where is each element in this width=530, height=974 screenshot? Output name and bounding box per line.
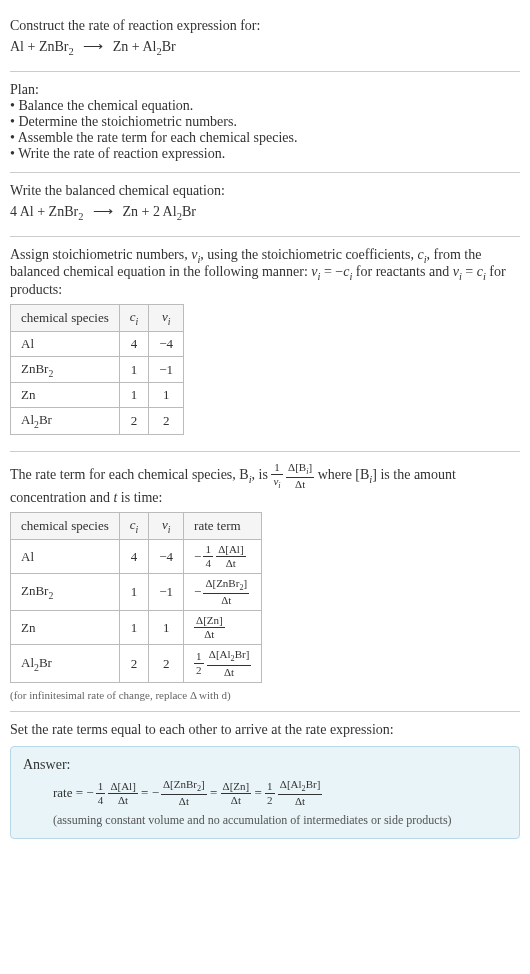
cell-species: ZnBr2 xyxy=(11,574,120,611)
arrow-icon: ⟶ xyxy=(83,39,103,54)
eq-rhs: Zn + Al xyxy=(113,39,157,54)
answer-note: (assuming constant volume and no accumul… xyxy=(23,813,507,828)
bal-lhs: 4 Al + ZnBr xyxy=(10,204,78,219)
prompt-section: Construct the rate of reaction expressio… xyxy=(10,8,520,72)
cell-c: 1 xyxy=(119,611,149,645)
text: , using the stoichiometric coefficients, xyxy=(200,247,417,262)
col-nui: νi xyxy=(149,513,184,540)
equals: = xyxy=(141,785,152,800)
text: , is xyxy=(252,467,272,482)
eq-lhs: Al + ZnBr xyxy=(10,39,68,54)
col-species: chemical species xyxy=(11,305,120,332)
cell-species: Zn xyxy=(11,383,120,408)
cell-species: Al xyxy=(11,540,120,574)
minus-sign: − xyxy=(152,785,159,800)
bal-sub1: 2 xyxy=(78,211,83,222)
cell-nu: 1 xyxy=(149,611,184,645)
table-row: ZnBr2 1 −1 −Δ[ZnBr2]Δt xyxy=(11,574,262,611)
eq-sub1: 2 xyxy=(68,46,73,57)
rate-footnote: (for infinitesimal rate of change, repla… xyxy=(10,689,520,701)
stoich-section: Assign stoichiometric numbers, νi, using… xyxy=(10,237,520,452)
text: is time: xyxy=(117,490,162,505)
plan-heading: Plan: xyxy=(10,82,520,98)
text: = − xyxy=(320,264,343,279)
prompt-line: Construct the rate of reaction expressio… xyxy=(10,18,520,34)
balanced-equation: 4 Al + ZnBr2 ⟶ Zn + 2 Al2Br xyxy=(10,203,520,222)
cell-c: 1 xyxy=(119,383,149,408)
bal-tail: Br xyxy=(182,204,196,219)
fraction: Δ[Al]Δt xyxy=(108,781,137,806)
balanced-section: Write the balanced chemical equation: 4 … xyxy=(10,173,520,237)
table-row: Al 4 −4 −14 Δ[Al]Δt xyxy=(11,540,262,574)
fraction: 14 xyxy=(96,781,106,806)
fraction: Δ[Zn]Δt xyxy=(221,781,252,806)
text: for reactants and xyxy=(352,264,452,279)
table-row: Al 4 −4 xyxy=(11,331,184,356)
cell-c: 1 xyxy=(119,574,149,611)
stoich-text: Assign stoichiometric numbers, νi, using… xyxy=(10,247,520,299)
cell-species: ZnBr2 xyxy=(11,356,120,383)
minus-sign: − xyxy=(86,785,93,800)
plan-list: Balance the chemical equation. Determine… xyxy=(10,98,520,162)
stoich-table: chemical species ci νi Al 4 −4 ZnBr2 1 −… xyxy=(10,304,184,435)
cell-rate: 12 Δ[Al2Br]Δt xyxy=(184,645,262,682)
cell-species: Al2Br xyxy=(11,408,120,435)
equals: = xyxy=(210,785,221,800)
col-ci: ci xyxy=(119,513,149,540)
cell-nu: −4 xyxy=(149,331,184,356)
text: Assign stoichiometric numbers, xyxy=(10,247,191,262)
fraction: Δ[ZnBr2]Δt xyxy=(161,779,207,807)
cell-nu: 2 xyxy=(149,408,184,435)
final-heading: Set the rate terms equal to each other t… xyxy=(10,722,520,738)
plan-item: Balance the chemical equation. xyxy=(10,98,520,114)
col-ci: ci xyxy=(119,305,149,332)
rate-prefix: rate = xyxy=(53,785,86,800)
cell-nu: −1 xyxy=(149,574,184,611)
cell-c: 1 xyxy=(119,356,149,383)
bal-rhs: Zn + 2 Al xyxy=(122,204,176,219)
cell-species: Al2Br xyxy=(11,645,120,682)
text: The rate term for each chemical species,… xyxy=(10,467,249,482)
col-species: chemical species xyxy=(11,513,120,540)
answer-label: Answer: xyxy=(23,757,507,773)
plan-section: Plan: Balance the chemical equation. Det… xyxy=(10,72,520,173)
col-rate: rate term xyxy=(184,513,262,540)
cell-nu: −4 xyxy=(149,540,184,574)
table-row: Zn 1 1 xyxy=(11,383,184,408)
answer-box: Answer: rate = −14 Δ[Al]Δt = −Δ[ZnBr2]Δt… xyxy=(10,746,520,839)
text: = xyxy=(462,264,477,279)
col-nui: νi xyxy=(149,305,184,332)
table-row: Al2Br 2 2 12 Δ[Al2Br]Δt xyxy=(11,645,262,682)
rate-term-text: The rate term for each chemical species,… xyxy=(10,462,520,506)
unbalanced-equation: Al + ZnBr2 ⟶ Zn + Al2Br xyxy=(10,38,520,57)
cell-c: 2 xyxy=(119,408,149,435)
fraction: Δ[Al2Br]Δt xyxy=(278,779,323,807)
text: where [B xyxy=(318,467,370,482)
table-row: ZnBr2 1 −1 xyxy=(11,356,184,383)
eq-tail: Br xyxy=(162,39,176,54)
arrow-icon: ⟶ xyxy=(93,204,113,219)
fraction: 1νi xyxy=(271,462,282,490)
table-header-row: chemical species ci νi xyxy=(11,305,184,332)
cell-species: Zn xyxy=(11,611,120,645)
cell-species: Al xyxy=(11,331,120,356)
plan-item: Assemble the rate term for each chemical… xyxy=(10,130,520,146)
cell-nu: 1 xyxy=(149,383,184,408)
fraction: Δ[Bi]Δt xyxy=(286,462,314,490)
plan-item: Determine the stoichiometric numbers. xyxy=(10,114,520,130)
cell-nu: −1 xyxy=(149,356,184,383)
cell-rate: −14 Δ[Al]Δt xyxy=(184,540,262,574)
balanced-heading: Write the balanced chemical equation: xyxy=(10,183,520,199)
table-header-row: chemical species ci νi rate term xyxy=(11,513,262,540)
cell-c: 4 xyxy=(119,540,149,574)
fraction: 12 xyxy=(265,781,275,806)
table-row: Zn 1 1 Δ[Zn]Δt xyxy=(11,611,262,645)
final-section: Set the rate terms equal to each other t… xyxy=(10,712,520,849)
cell-rate: Δ[Zn]Δt xyxy=(184,611,262,645)
rate-expression: rate = −14 Δ[Al]Δt = −Δ[ZnBr2]Δt = Δ[Zn]… xyxy=(23,779,507,807)
cell-c: 2 xyxy=(119,645,149,682)
rate-term-section: The rate term for each chemical species,… xyxy=(10,452,520,712)
cell-nu: 2 xyxy=(149,645,184,682)
cell-c: 4 xyxy=(119,331,149,356)
equals: = xyxy=(254,785,265,800)
